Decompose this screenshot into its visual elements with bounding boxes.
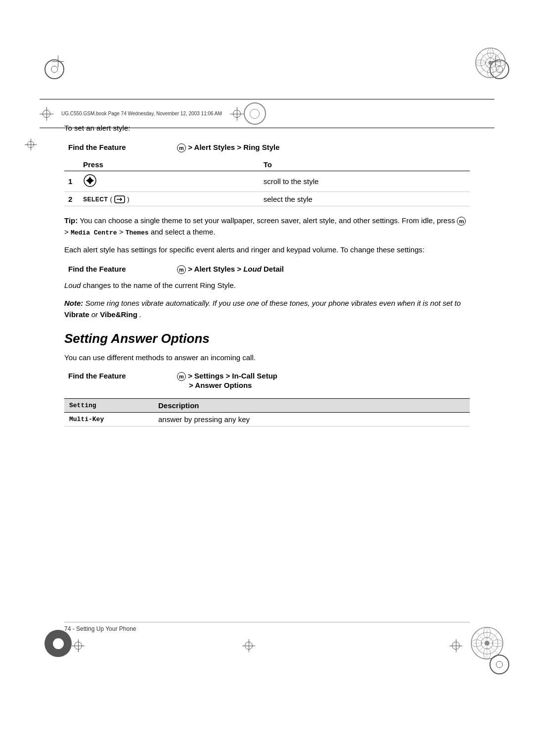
crosshair-bottom-center bbox=[242, 639, 255, 652]
crosshair-bottom-left bbox=[72, 639, 85, 652]
ao-table: Setting Description Multi-Key answer by … bbox=[64, 398, 470, 426]
feature-table-1: Find the Feature m > Alert Styles > Ring… bbox=[64, 141, 470, 154]
note-bold1: Vibrate bbox=[64, 310, 89, 319]
feature-path-1: m > Alert Styles > Ring Style bbox=[173, 141, 470, 154]
header-crosshair-left bbox=[40, 107, 53, 121]
header-crosshair-right bbox=[230, 107, 244, 121]
tip-text: You can choose a single theme to set you… bbox=[80, 216, 457, 225]
step-num-1: 1 bbox=[64, 171, 79, 192]
step-desc-1: scroll to the style bbox=[260, 171, 470, 192]
ao-row-1: Multi-Key answer by pressing any key bbox=[64, 413, 470, 426]
big-circle-bottom-left bbox=[44, 630, 72, 657]
step-icon-1 bbox=[79, 171, 260, 192]
tip-code2: Themes bbox=[126, 229, 149, 236]
crosshair-bottom-right bbox=[449, 639, 462, 652]
note-label: Note: bbox=[64, 299, 83, 307]
header-text: UG.C550.GSM.book Page 74 Wednesday, Nove… bbox=[61, 111, 222, 116]
step-row-1: 1 scroll to the style bbox=[64, 171, 470, 192]
note-text2: or bbox=[91, 310, 100, 319]
section-heading: Setting Answer Options bbox=[64, 331, 470, 346]
main-content: To set an alert style: Find the Feature … bbox=[64, 124, 470, 436]
steps-table: Press To 1 bbox=[64, 158, 470, 206]
step-num-2: 2 bbox=[64, 192, 79, 206]
header-circle-right bbox=[244, 102, 266, 125]
tip-paragraph: Tip: You can choose a single theme to se… bbox=[64, 215, 470, 237]
tip-text-end: and select a theme. bbox=[151, 228, 216, 236]
left-crosshair-1 bbox=[25, 139, 37, 150]
note-paragraph: Note: Some ring tones vibrate automatica… bbox=[64, 298, 470, 320]
select-key-icon bbox=[114, 195, 125, 203]
ao-setting-1: Multi-Key bbox=[64, 413, 153, 426]
ao-col2-header: Description bbox=[153, 399, 470, 413]
menu-icon-3: m bbox=[177, 372, 186, 381]
tip-code1: Media Centre bbox=[71, 229, 117, 236]
feature-table-2: Find the Feature m > Alert Styles > Loud… bbox=[64, 263, 470, 276]
scroll-icon bbox=[83, 174, 97, 188]
feature-label-2: Find the Feature bbox=[64, 263, 173, 276]
feature-path-2: m > Alert Styles > Loud Detail bbox=[173, 263, 470, 276]
intro-text: To set an alert style: bbox=[64, 124, 470, 132]
loud-line: Loud changes to the name of the current … bbox=[64, 280, 470, 291]
feature-label-1: Find the Feature bbox=[64, 141, 173, 154]
menu-icon-tip: m bbox=[457, 217, 466, 226]
note-text3: . bbox=[139, 310, 141, 319]
to-header: To bbox=[260, 158, 470, 171]
feature-label-3: Find the Feature bbox=[64, 370, 173, 391]
loud-italic: Loud bbox=[64, 281, 81, 289]
feature-path-text-1: > Alert Styles > Ring Style bbox=[188, 143, 279, 151]
loud-text: changes to the name of the current Ring … bbox=[83, 281, 236, 289]
step-desc-2: select the style bbox=[260, 192, 470, 206]
step-col-header bbox=[64, 158, 79, 171]
svg-point-17 bbox=[89, 179, 91, 182]
note-text: Some ring tones vibrate automatically. I… bbox=[86, 299, 461, 307]
feature-path-3: m > Settings > In-Call Setup > Answer Op… bbox=[173, 370, 470, 391]
para2: Each alert style has settings for specif… bbox=[64, 244, 470, 256]
tip-label: Tip: bbox=[64, 216, 78, 225]
footer-section: Setting Up Your Phone bbox=[76, 625, 136, 632]
press-header: Press bbox=[79, 158, 260, 171]
rosette-top-right bbox=[475, 47, 507, 79]
step-key-2: SELECT ( ) bbox=[79, 192, 260, 206]
menu-icon-2: m bbox=[177, 265, 186, 274]
section-intro: You can use different methods to answer … bbox=[64, 353, 470, 362]
note-bold2: Vibe&Ring bbox=[100, 310, 137, 319]
step-row-2: 2 SELECT ( ) select the style bbox=[64, 192, 470, 206]
feature-table-3: Find the Feature m > Settings > In-Call … bbox=[64, 370, 470, 391]
reg-mark-bottom-left-outer bbox=[44, 630, 72, 657]
ao-col1-header: Setting bbox=[64, 399, 153, 413]
menu-icon-1: m bbox=[177, 143, 186, 152]
footer: 74 - Setting Up Your Phone bbox=[64, 622, 470, 632]
footer-separator: - bbox=[73, 625, 76, 632]
page: UG.C550.GSM.book Page 74 Wednesday, Nove… bbox=[0, 0, 534, 756]
ao-desc-1: answer by pressing any key bbox=[153, 413, 470, 426]
